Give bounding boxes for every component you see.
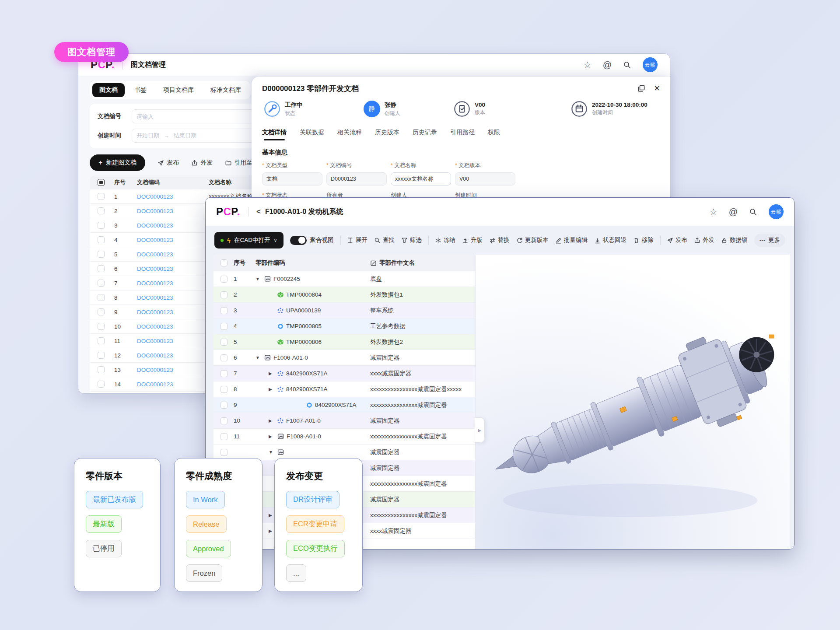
- row-checkbox[interactable]: [98, 294, 105, 301]
- bom-row[interactable]: 7 ▶ 8402900XS71A xxxx减震固定器: [214, 366, 475, 382]
- mention-icon[interactable]: @: [603, 60, 612, 69]
- replace-button[interactable]: 替换: [489, 236, 510, 244]
- tab-history-records[interactable]: 历史记录: [413, 129, 437, 140]
- select-all-checkbox[interactable]: [98, 179, 105, 186]
- export-button[interactable]: 外发: [694, 236, 714, 244]
- tab-bookmarks[interactable]: 书签: [127, 83, 154, 97]
- row-checkbox[interactable]: [220, 370, 228, 377]
- caret-right-icon[interactable]: ▶: [269, 371, 275, 376]
- doc-code-link[interactable]: DOC0000123: [137, 309, 209, 315]
- tab-history-versions[interactable]: 历史版本: [375, 129, 399, 140]
- close-icon[interactable]: ×: [654, 84, 660, 93]
- find-button[interactable]: 查找: [374, 236, 395, 244]
- doc-code-link[interactable]: DOC0000123: [137, 367, 209, 373]
- upgrade-version-button[interactable]: 升版: [462, 236, 483, 244]
- mention-icon[interactable]: @: [729, 207, 738, 216]
- cad-3d-viewport[interactable]: [475, 255, 790, 549]
- favorite-star-icon[interactable]: ☆: [584, 60, 592, 69]
- doc-code-link[interactable]: DOC0000123: [137, 381, 209, 388]
- caret-right-icon[interactable]: ▶: [269, 434, 275, 439]
- row-checkbox[interactable]: [220, 449, 228, 456]
- update-version-button[interactable]: 更新版本: [516, 236, 549, 244]
- row-checkbox[interactable]: [220, 291, 228, 298]
- row-checkbox[interactable]: [220, 354, 228, 361]
- maximize-icon[interactable]: [637, 84, 645, 92]
- tab-related-data[interactable]: 关联数据: [300, 129, 324, 140]
- caret-right-icon[interactable]: ▶: [269, 387, 275, 392]
- remove-button[interactable]: 移除: [633, 236, 654, 244]
- export-button[interactable]: 外发: [191, 159, 213, 167]
- row-checkbox[interactable]: [98, 308, 105, 315]
- tab-reference-path[interactable]: 引用路径: [450, 129, 475, 140]
- bom-row[interactable]: 5 ▶ TMP0000806 外发数据包2: [214, 334, 475, 350]
- doc-code-link[interactable]: DOC0000123: [137, 294, 209, 301]
- bom-row[interactable]: 4 ▶ TMP0000805 工艺参考数据: [214, 318, 475, 334]
- row-checkbox[interactable]: [98, 280, 105, 287]
- row-checkbox[interactable]: [98, 381, 105, 388]
- freeze-button[interactable]: 冻结: [435, 236, 455, 244]
- row-checkbox[interactable]: [98, 236, 105, 243]
- doc-code-link[interactable]: DOC0000123: [137, 193, 209, 200]
- filter-button[interactable]: 筛选: [401, 236, 422, 244]
- batch-edit-button[interactable]: 批量编辑: [555, 236, 588, 244]
- tab-project-library[interactable]: 项目文档库: [156, 83, 201, 97]
- status-rollback-button[interactable]: 状态回退: [594, 236, 626, 244]
- publish-button[interactable]: 发布: [158, 159, 179, 167]
- row-checkbox[interactable]: [220, 417, 228, 424]
- row-checkbox[interactable]: [98, 193, 105, 200]
- user-avatar[interactable]: 云熙: [643, 57, 658, 72]
- bom-row[interactable]: 2 ▶ TMP0000804 外发数据包1: [214, 287, 475, 303]
- publish-button[interactable]: 发布: [667, 236, 687, 244]
- bom-row[interactable]: 1 ▼ F0002245 底盘: [214, 271, 475, 287]
- doc-code-link[interactable]: DOC0000123: [137, 352, 209, 359]
- more-button[interactable]: ⋯更多: [754, 234, 786, 247]
- date-range-input[interactable]: 开始日期 → 结束日期: [132, 129, 263, 143]
- doc-code-link[interactable]: DOC0000123: [137, 323, 209, 330]
- row-checkbox[interactable]: [98, 366, 105, 373]
- row-checkbox[interactable]: [220, 433, 228, 440]
- doc-code-link[interactable]: DOC0000123: [137, 280, 209, 287]
- quote-to-button[interactable]: 引用至: [225, 159, 252, 167]
- row-checkbox[interactable]: [220, 386, 228, 393]
- row-checkbox[interactable]: [98, 265, 105, 272]
- search-icon[interactable]: [749, 208, 757, 216]
- tab-drawings[interactable]: 图文档: [92, 83, 125, 97]
- open-in-cad-button[interactable]: ϟ 在CAD中打开 ∨: [214, 232, 284, 248]
- row-checkbox[interactable]: [220, 307, 228, 314]
- row-checkbox[interactable]: [220, 276, 228, 283]
- row-checkbox[interactable]: [220, 402, 228, 409]
- bom-row[interactable]: 3 ▶ UPA0000139 整车系统: [214, 303, 475, 318]
- caret-right-icon[interactable]: ▶: [269, 528, 275, 533]
- data-lock-button[interactable]: 数据锁: [721, 236, 748, 244]
- toggle-switch[interactable]: [290, 236, 307, 245]
- row-checkbox[interactable]: [98, 352, 105, 359]
- bom-row[interactable]: 6 ▼ F1006-A01-0 减震固定器: [214, 350, 475, 366]
- select-all-checkbox[interactable]: [220, 259, 228, 266]
- user-avatar[interactable]: 云熙: [769, 204, 784, 219]
- doc-code-link[interactable]: DOC0000123: [137, 208, 209, 214]
- caret-right-icon[interactable]: ▶: [269, 418, 275, 423]
- doc-code-link[interactable]: DOC0000123: [137, 338, 209, 344]
- caret-down-icon[interactable]: ▼: [269, 450, 275, 455]
- search-icon[interactable]: [623, 61, 631, 69]
- tab-standard-library[interactable]: 标准文档库: [203, 83, 248, 97]
- doc-no-input[interactable]: [132, 109, 263, 123]
- row-checkbox[interactable]: [220, 323, 228, 330]
- bom-row[interactable]: 10 ▶ F1007-A01-0 减震固定器: [214, 413, 475, 429]
- caret-down-icon[interactable]: ▼: [256, 355, 262, 360]
- row-checkbox[interactable]: [98, 337, 105, 344]
- aggregate-view-toggle[interactable]: 聚合视图: [290, 236, 334, 245]
- back-chevron-icon[interactable]: <: [256, 207, 261, 216]
- doc-code-link[interactable]: DOC0000123: [137, 266, 209, 272]
- doc-code-link[interactable]: DOC0000123: [137, 251, 209, 258]
- tab-related-flow[interactable]: 相关流程: [337, 129, 362, 140]
- bom-row[interactable]: 9 8402900XS71A xxxxxxxxxxxxxxxx减震固定器: [214, 397, 475, 413]
- tab-permissions[interactable]: 权限: [488, 129, 500, 140]
- tab-doc-details[interactable]: 文档详情: [262, 129, 287, 140]
- row-checkbox[interactable]: [220, 339, 228, 346]
- bom-row[interactable]: 8 ▶ 8402900XS71A xxxxxxxxxxxxxxxx减震固定器xx…: [214, 382, 475, 397]
- row-checkbox[interactable]: [98, 323, 105, 330]
- side-panel-expand-handle[interactable]: ▶: [475, 417, 485, 443]
- bom-row[interactable]: 11 ▶ F1008-A01-0 xxxxxxxxxxxxxxxx减震固定器: [214, 429, 475, 444]
- row-checkbox[interactable]: [98, 207, 105, 214]
